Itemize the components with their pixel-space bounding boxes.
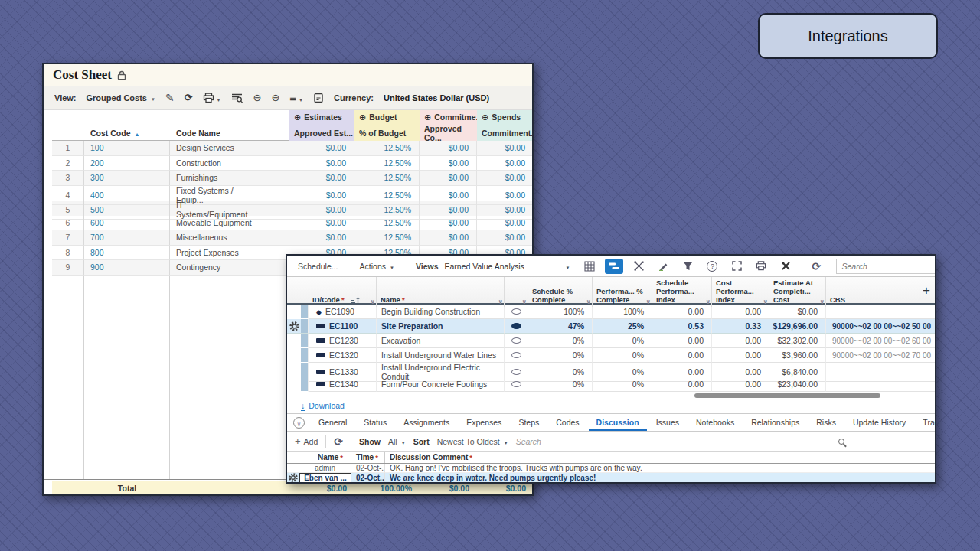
highlight-icon[interactable] — [654, 259, 672, 274]
gear-icon[interactable] — [287, 473, 299, 483]
column-header-cost-code[interactable]: Cost Code — [84, 124, 170, 142]
table-row-selected[interactable]: EC1100 Site Preparation 47% 25% 0.53 0.3… — [287, 319, 935, 334]
table-view-icon[interactable] — [580, 259, 599, 274]
actions-button[interactable]: Actions — [355, 262, 399, 271]
download-link[interactable]: Download — [287, 398, 935, 413]
refresh-icon[interactable] — [334, 435, 343, 448]
discussion-search-placeholder[interactable]: Search — [516, 437, 541, 446]
view-dropdown[interactable]: Grouped Costs — [87, 93, 155, 103]
tab-expenses[interactable]: Expenses — [459, 415, 509, 431]
horizontal-scrollbar[interactable] — [694, 393, 880, 398]
comment-icon[interactable] — [511, 308, 521, 315]
group-header-estimates[interactable]: Estimates — [289, 110, 354, 124]
filter-rows-icon[interactable] — [231, 93, 243, 103]
comment-icon[interactable] — [511, 352, 521, 358]
table-row[interactable]: EC1320 Install Underground Water Lines 0… — [287, 348, 935, 363]
chevron-down-icon[interactable] — [763, 297, 769, 305]
menu-icon[interactable] — [289, 92, 303, 103]
column-header-approved-est[interactable]: Approved Est... — [289, 124, 354, 142]
tab-general[interactable]: General — [311, 415, 354, 431]
chevron-down-icon[interactable] — [820, 297, 825, 305]
comment-icon[interactable] — [511, 337, 521, 344]
sort-dropdown[interactable]: Newest To Oldest — [437, 437, 508, 446]
fullscreen-icon[interactable] — [727, 259, 746, 274]
column-header-code-name[interactable]: Code Name — [170, 124, 256, 142]
tab-issues[interactable]: Issues — [648, 415, 687, 431]
column-header-schedule-pct[interactable]: Schedule % Complete — [528, 277, 593, 307]
integrations-badge[interactable]: Integrations — [758, 13, 938, 59]
tab-discussion[interactable]: Discussion — [589, 415, 647, 431]
tab-notebooks[interactable]: Notebooks — [688, 415, 742, 431]
tab-risks[interactable]: Risks — [808, 415, 844, 431]
table-row[interactable]: 5500IT Systems/Equipment$0.0012.50%$0.00… — [52, 201, 534, 216]
column-header-pct-budget[interactable]: % of Budget — [354, 124, 420, 142]
table-row[interactable]: 2200Construction$0.0012.50%$0.00$0.00 — [52, 156, 534, 171]
collapse-all-icon[interactable] — [271, 93, 279, 103]
column-header-time[interactable]: Time — [351, 452, 385, 463]
comment-icon[interactable] — [511, 381, 521, 387]
edit-icon[interactable] — [165, 93, 175, 103]
show-dropdown[interactable]: All — [388, 437, 406, 446]
discussion-row-selected[interactable]: Eben van ... 02-Oct... We are knee deep … — [287, 473, 935, 483]
chevron-down-icon[interactable] — [371, 297, 376, 305]
network-view-icon[interactable] — [629, 259, 648, 274]
tab-assignments[interactable]: Assignments — [396, 415, 457, 431]
table-row[interactable]: 1100Design Services$0.0012.50%$0.00$0.00 — [52, 141, 534, 156]
tab-steps[interactable]: Steps — [511, 415, 547, 431]
group-header-spends[interactable]: Spends — [477, 110, 534, 124]
chevron-down-icon[interactable] — [706, 297, 711, 305]
column-header-cpi[interactable]: Cost Performa... Index — [712, 277, 769, 307]
table-row[interactable]: EC1230 Excavation 0% 0% 0.00 0.00 $32,30… — [287, 334, 935, 348]
print-icon[interactable] — [752, 259, 770, 274]
tab-update-history[interactable]: Update History — [845, 415, 913, 431]
sort-icon[interactable] — [351, 296, 360, 305]
column-header-name[interactable]: Name — [299, 452, 351, 463]
collapse-panel-icon[interactable] — [293, 417, 305, 429]
gantt-view-icon[interactable] — [605, 259, 623, 274]
print-icon[interactable] — [203, 93, 221, 103]
tab-status[interactable]: Status — [356, 415, 394, 431]
column-header-approved-co[interactable]: Approved Co... — [420, 124, 477, 142]
tab-relationships[interactable]: Relationships — [743, 415, 807, 431]
table-row[interactable]: 4400Fixed Systems / Equip...$0.0012.50%$… — [52, 186, 534, 201]
add-comment-button[interactable]: Add — [295, 435, 318, 447]
tab-codes[interactable]: Codes — [548, 415, 586, 431]
views-dropdown[interactable]: ViewsEarned Value Analysis — [411, 262, 575, 271]
column-header-comment[interactable]: Discussion Comment — [385, 452, 935, 463]
table-row[interactable]: 7700Miscellaneous$0.0012.50%$0.00$0.00 — [52, 230, 534, 246]
group-header-commitments[interactable]: Commitme... — [420, 110, 477, 124]
group-header-budget[interactable]: Budget — [354, 110, 420, 124]
search-icon[interactable] — [838, 439, 844, 445]
collapse-icon[interactable] — [253, 93, 262, 103]
column-header-commitment[interactable]: Commitment... — [477, 124, 534, 142]
add-column-button[interactable]: + — [923, 283, 930, 298]
help-icon[interactable] — [703, 259, 721, 274]
refresh-icon[interactable] — [185, 93, 193, 103]
filter-icon[interactable] — [678, 259, 697, 274]
column-header-cbs[interactable]: CBS — [826, 277, 935, 307]
table-row[interactable]: 6600Moveable Equipment$0.0012.50%$0.00$0… — [52, 216, 534, 231]
chevron-down-icon[interactable] — [586, 297, 592, 305]
chevron-down-icon[interactable] — [522, 297, 528, 305]
discussion-row[interactable]: admin 02-Oct-... OK. Hang on! I've mobil… — [287, 464, 935, 473]
search-input[interactable] — [841, 262, 936, 271]
column-header-name[interactable]: Name — [377, 277, 505, 307]
column-header-comment[interactable] — [505, 277, 528, 307]
schedule-button[interactable]: Schedule... — [293, 262, 343, 271]
refresh-icon[interactable] — [807, 259, 825, 274]
table-row[interactable]: EC1340 Form/Pour Concrete Footings 0% 0%… — [287, 377, 935, 392]
column-header-id[interactable]: ID/Code — [309, 277, 377, 307]
column-header-performance-pct[interactable]: Performa... % Complete — [593, 277, 652, 307]
column-header-eac[interactable]: Estimate At Completi... Cost — [769, 277, 826, 307]
gear-icon[interactable] — [287, 319, 301, 334]
tab-trace-logic[interactable]: Trace Logic — [915, 415, 935, 431]
comment-icon[interactable] — [511, 369, 521, 375]
table-row[interactable]: 3300Furnishings$0.0012.50%$0.00$0.00 — [52, 171, 534, 186]
tools-icon[interactable] — [776, 259, 795, 274]
table-row[interactable]: EC1330 Install Underground Electric Cond… — [287, 363, 935, 377]
column-header-spi[interactable]: Schedule Performa... Index — [652, 277, 712, 307]
comment-filled-icon[interactable] — [511, 323, 521, 329]
chevron-down-icon[interactable] — [498, 297, 504, 305]
chevron-down-icon[interactable] — [646, 297, 652, 305]
table-row[interactable]: EC1090 Begin Building Construction 100% … — [287, 305, 935, 319]
